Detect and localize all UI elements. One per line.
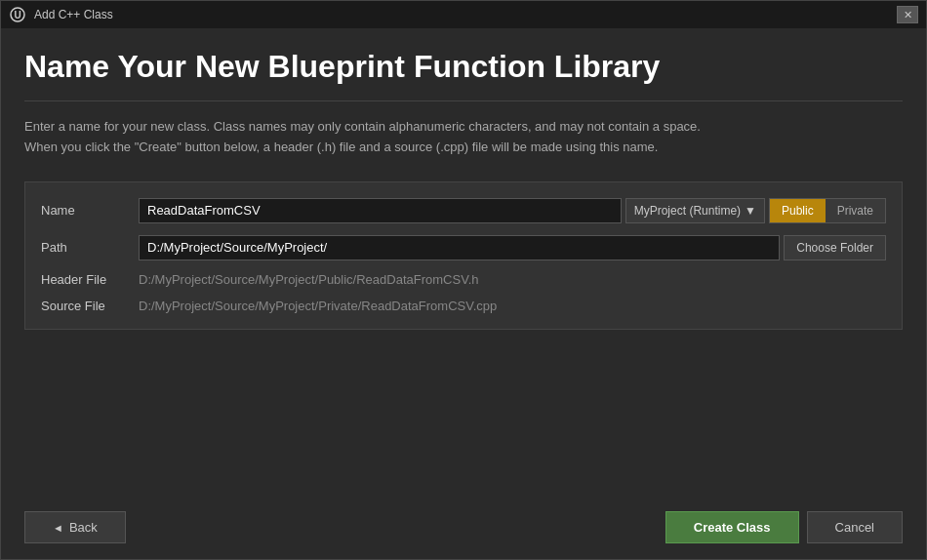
form-section: Name MyProject (Runtime) ▼ Public Privat… [24, 181, 903, 330]
choose-folder-button[interactable]: Choose Folder [784, 235, 886, 260]
project-dropdown[interactable]: MyProject (Runtime) ▼ [625, 198, 765, 223]
dropdown-arrow-icon: ▼ [745, 204, 756, 218]
create-class-button[interactable]: Create Class [665, 511, 799, 543]
description-line2: When you click the "Create" button below… [24, 140, 658, 154]
close-button[interactable]: ✕ [897, 6, 918, 23]
header-file-label: Header File [41, 272, 139, 287]
description-line1: Enter a name for your new class. Class n… [24, 119, 701, 134]
ue-logo-icon: U [9, 6, 26, 23]
public-button[interactable]: Public [770, 199, 826, 222]
footer-left: ◄ Back [24, 511, 126, 543]
title-bar: U Add C++ Class ✕ [1, 1, 926, 28]
source-file-label: Source File [41, 299, 139, 313]
svg-text:U: U [14, 10, 20, 20]
source-file-row: Source File D:/MyProject/Source/MyProjec… [41, 299, 886, 313]
public-private-toggle: Public Private [769, 198, 886, 223]
private-button[interactable]: Private [826, 199, 885, 222]
name-input[interactable] [139, 198, 622, 223]
main-window: U Add C++ Class ✕ Name Your New Blueprin… [0, 0, 927, 560]
name-row: Name MyProject (Runtime) ▼ Public Privat… [41, 198, 886, 223]
window-title: Add C++ Class [34, 8, 113, 21]
page-title: Name Your New Blueprint Function Library [24, 48, 903, 85]
content-area: Name Your New Blueprint Function Library… [1, 28, 926, 496]
header-file-row: Header File D:/MyProject/Source/MyProjec… [41, 272, 886, 287]
back-arrow-icon: ◄ [53, 522, 63, 534]
path-controls: Choose Folder [139, 235, 886, 260]
name-label: Name [41, 203, 139, 218]
divider [24, 100, 903, 101]
path-label: Path [41, 240, 139, 255]
back-button[interactable]: ◄ Back [24, 511, 126, 543]
source-file-path: D:/MyProject/Source/MyProject/Private/Re… [139, 299, 497, 313]
title-bar-left: U Add C++ Class [9, 6, 113, 23]
back-label: Back [69, 520, 98, 535]
footer-right: Create Class Cancel [665, 511, 903, 543]
footer: ◄ Back Create Class Cancel [1, 496, 926, 559]
path-row: Path Choose Folder [41, 235, 886, 260]
header-file-path: D:/MyProject/Source/MyProject/Public/Rea… [139, 272, 478, 287]
description: Enter a name for your new class. Class n… [24, 117, 903, 158]
name-controls: MyProject (Runtime) ▼ Public Private [139, 198, 886, 223]
path-input[interactable] [139, 235, 780, 260]
cancel-button[interactable]: Cancel [807, 511, 903, 543]
project-dropdown-text: MyProject (Runtime) [634, 204, 741, 218]
